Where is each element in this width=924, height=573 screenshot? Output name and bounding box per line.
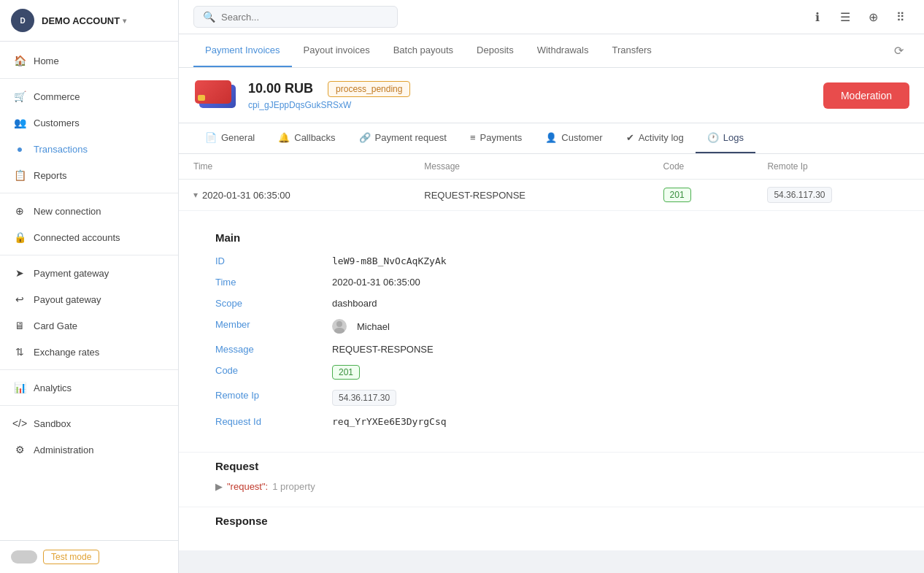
sidebar-item-reports[interactable]: 📋 Reports (0, 162, 178, 188)
col-message: Message (409, 154, 648, 180)
member-name: Michael (357, 321, 390, 332)
detail-row-id: ID leW9-m8B_NvOcAqKZyAk (215, 255, 909, 266)
detail-title: Main (215, 231, 909, 244)
sidebar-item-administration[interactable]: ⚙ Administration (0, 437, 178, 463)
log-message: REQUEST-RESPONSE (409, 180, 648, 211)
log-table-section: Time Message Code Remote Ip ▾ 2020-01-31… (179, 154, 924, 211)
sidebar: D DEMO ACCOUNT ▾ 🏠 Home 🛒 Commerce 👥 Cus… (0, 0, 179, 573)
content-area: Payment Invoices Payout invoices Batch p… (179, 34, 924, 573)
exchange-rates-icon: ⇅ (13, 345, 26, 358)
sidebar-footer: Test mode (0, 540, 178, 573)
divider (0, 78, 178, 79)
tab-batch-payouts[interactable]: Batch payouts (382, 34, 465, 67)
sidebar-item-sandbox[interactable]: </> Sandbox (0, 410, 178, 437)
detail-row-message: Message REQUEST-RESPONSE (215, 344, 909, 355)
sidebar-item-new-connection[interactable]: ⊕ New connection (0, 198, 178, 224)
analytics-icon: 📊 (13, 381, 26, 394)
sub-tab-customer[interactable]: 👤 Customer (534, 123, 614, 153)
tree-expand-icon[interactable]: ▶ (215, 481, 223, 492)
member-avatar (332, 319, 347, 334)
sandbox-icon: </> (13, 417, 26, 430)
sidebar-item-payment-gateway[interactable]: ➤ Payment gateway (0, 260, 178, 286)
sub-tab-activity-log[interactable]: ✔ Activity log (615, 123, 696, 153)
tab-withdrawals[interactable]: Withdrawals (525, 34, 601, 67)
sub-tab-payment-request[interactable]: 🔗 Payment request (347, 123, 458, 153)
list-icon[interactable]: ☰ (836, 8, 854, 26)
sidebar-nav: 🏠 Home 🛒 Commerce 👥 Customers ● Transact… (0, 42, 178, 540)
tab-deposits[interactable]: Deposits (465, 34, 525, 67)
request-section: Request ▶ "request": 1 property (179, 452, 924, 507)
sidebar-item-exchange-rates[interactable]: ⇅ Exchange rates (0, 339, 178, 365)
status-badge: process_pending (328, 81, 410, 97)
sidebar-item-card-gate[interactable]: 🖥 Card Gate (0, 312, 178, 339)
sidebar-logo: D (11, 9, 34, 32)
card-icon (193, 79, 237, 112)
tab-payout-invoices[interactable]: Payout invoices (292, 34, 382, 67)
sidebar-item-commerce[interactable]: 🛒 Commerce (0, 83, 178, 109)
invoice-section: 10.00 RUB process_pending cpi_gJEppDqsGu… (179, 68, 924, 123)
connected-accounts-icon: 🔒 (13, 231, 26, 244)
card-chip (198, 95, 205, 101)
sidebar-item-analytics[interactable]: 📊 Analytics (0, 374, 178, 401)
test-mode-badge[interactable]: Test mode (43, 550, 99, 564)
sidebar-item-home[interactable]: 🏠 Home (0, 47, 178, 74)
sidebar-item-customers[interactable]: 👥 Customers (0, 109, 178, 136)
detail-section: Main ID leW9-m8B_NvOcAqKZyAk Time 2020-0… (179, 211, 924, 452)
grid-icon[interactable]: ⠿ (892, 8, 909, 26)
detail-row-member: Member Michael (215, 319, 909, 334)
detail-row-remote-ip: Remote Ip 54.36.117.30 (215, 390, 909, 406)
log-table: Time Message Code Remote Ip ▾ 2020-01-31… (179, 154, 924, 211)
tab-transfers[interactable]: Transfers (600, 34, 663, 67)
administration-icon: ⚙ (13, 443, 26, 456)
sub-tab-payments[interactable]: ≡ Payments (458, 123, 534, 153)
customer-icon: 👤 (545, 132, 557, 143)
account-name[interactable]: DEMO ACCOUNT ▾ (42, 15, 126, 26)
search-input[interactable] (221, 12, 388, 23)
tabs-bar: Payment Invoices Payout invoices Batch p… (179, 34, 924, 68)
sidebar-item-payout-gateway[interactable]: ↩ Payout gateway (0, 286, 178, 312)
col-code: Code (649, 154, 753, 180)
detail-row-scope: Scope dashboard (215, 298, 909, 309)
log-row-expand: ▾ 2020-01-31 06:35:00 (193, 190, 395, 201)
new-connection-icon: ⊕ (13, 204, 26, 218)
moderation-button[interactable]: Moderation (823, 82, 909, 109)
request-title: Request (215, 460, 909, 472)
sub-tab-logs[interactable]: 🕐 Logs (696, 123, 755, 153)
divider2 (0, 193, 178, 193)
detail-row-code: Code 201 (215, 365, 909, 380)
sub-tab-callbacks[interactable]: 🔔 Callbacks (266, 123, 347, 153)
expand-button[interactable]: ▾ (193, 190, 198, 200)
invoice-id[interactable]: cpi_gJEppDqsGukSRSxW (248, 100, 410, 110)
card-front (195, 80, 231, 104)
topbar: 🔍 ℹ ☰ ⊕ ⠿ (179, 0, 924, 34)
payout-gateway-icon: ↩ (13, 293, 26, 306)
chevron-down-icon: ▾ (123, 17, 126, 25)
request-tree: ▶ "request": 1 property (215, 481, 909, 492)
sidebar-item-connected-accounts[interactable]: 🔒 Connected accounts (0, 224, 178, 250)
payment-request-icon: 🔗 (359, 132, 371, 143)
detail-ip-badge: 54.36.117.30 (332, 390, 396, 406)
payments-icon: ≡ (470, 132, 476, 143)
detail-code-badge: 201 (332, 365, 360, 380)
customers-icon: 👥 (13, 116, 26, 129)
response-section: Response (179, 507, 924, 550)
info-icon[interactable]: ℹ (809, 8, 826, 26)
activity-log-icon: ✔ (626, 132, 634, 143)
card-gate-icon: 🖥 (13, 319, 26, 332)
col-remote-ip: Remote Ip (752, 154, 924, 180)
sidebar-item-transactions[interactable]: ● Transactions (0, 136, 178, 162)
test-mode-toggle[interactable] (11, 550, 37, 564)
sidebar-header: D DEMO ACCOUNT ▾ (0, 0, 178, 42)
settings-icon[interactable]: ⊕ (864, 8, 882, 26)
code-badge: 201 (663, 188, 691, 202)
refresh-icon[interactable]: ⟳ (888, 38, 909, 64)
reports-icon: 📋 (13, 169, 26, 182)
divider5 (0, 405, 178, 406)
tab-payment-invoices[interactable]: Payment Invoices (193, 34, 292, 67)
col-time: Time (179, 154, 409, 180)
search-box[interactable]: 🔍 (193, 6, 398, 28)
ip-badge: 54.36.117.30 (767, 187, 831, 203)
sub-tab-general[interactable]: 📄 General (193, 123, 266, 153)
transactions-icon: ● (13, 142, 26, 155)
sub-tabs: 📄 General 🔔 Callbacks 🔗 Payment request … (179, 123, 924, 154)
